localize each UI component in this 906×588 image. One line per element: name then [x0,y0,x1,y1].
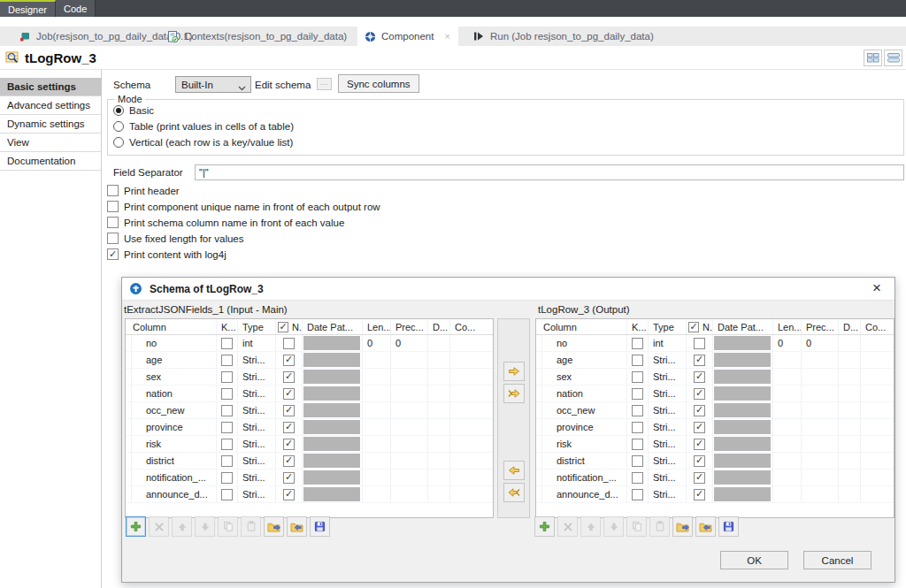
key-cell[interactable] [627,486,649,502]
default-cell[interactable] [839,335,861,351]
column-name-cell[interactable]: notification_... [132,470,217,485]
tab-close-icon[interactable]: × [444,31,449,42]
checkbox-icon[interactable] [632,371,643,383]
key-cell[interactable] [217,352,238,368]
key-cell[interactable] [217,470,238,485]
checkbox-icon[interactable] [632,455,643,467]
default-cell[interactable] [839,386,861,401]
mode-option-basic[interactable]: Basic [113,105,154,116]
tab-code[interactable]: Code [56,0,96,17]
type-cell[interactable]: Stri... [238,453,276,469]
sidebar-item-documentation[interactable]: Documentation [0,152,102,171]
checkbox-checked-icon[interactable] [694,355,705,366]
comment-cell[interactable] [861,352,894,368]
schema-table-row[interactable]: sexStri... [126,369,493,386]
tab-designer[interactable]: Designer [0,0,56,17]
checkbox-icon[interactable] [221,439,233,450]
checkbox-checked-icon[interactable] [283,355,295,366]
length-cell[interactable] [363,486,391,502]
nullable-cell[interactable] [687,470,713,485]
key-cell[interactable] [217,386,238,401]
type-cell[interactable]: Stri... [649,386,687,401]
column-name-cell[interactable]: nation [542,386,627,401]
schema-table-row[interactable]: provinceStri... [536,419,894,436]
copy-left-icon[interactable] [503,461,525,480]
default-cell[interactable] [428,335,450,351]
checkbox-checked-icon[interactable] [694,472,705,484]
comment-cell[interactable] [861,419,894,435]
key-cell[interactable] [627,369,649,385]
key-cell[interactable] [627,470,649,485]
column-name-cell[interactable]: no [542,335,627,351]
comment-header[interactable]: Co... [861,319,894,334]
type-cell[interactable]: Stri... [238,470,276,485]
column-name-cell[interactable]: announce_d... [132,486,217,502]
key-cell[interactable] [217,419,238,435]
checkbox-icon[interactable] [221,489,233,500]
checkbox-icon[interactable] [221,338,233,349]
key-cell[interactable] [217,369,238,385]
default-cell[interactable] [839,436,861,452]
copy-all-left-icon[interactable] [503,483,525,502]
load-schema-button[interactable] [672,516,693,537]
option-fixed-length[interactable]: Use fixed length for values [107,233,244,244]
precision-cell[interactable] [391,352,428,368]
type-cell[interactable]: Stri... [649,453,687,469]
copy-all-right-icon[interactable] [503,384,525,403]
option-log4j[interactable]: Print content with log4j [107,248,226,260]
comment-cell[interactable] [450,352,491,368]
length-cell[interactable] [773,453,802,469]
type-cell[interactable]: int [649,335,687,351]
schema-table-row[interactable]: riskStri... [536,436,894,453]
checkbox-icon[interactable] [221,371,233,383]
checkbox-checked-icon[interactable] [283,388,295,400]
comment-cell[interactable] [861,369,894,385]
checkbox-icon[interactable] [221,355,233,366]
schema-table-row[interactable]: noint00 [126,335,493,352]
default-cell[interactable] [839,419,861,435]
default-header[interactable]: D... [839,319,861,334]
type-cell[interactable]: Stri... [238,419,276,435]
precision-cell[interactable] [391,436,428,452]
sync-columns-button[interactable]: Sync columns [338,74,419,93]
key-cell[interactable] [217,453,238,469]
nullable-cell[interactable] [276,419,303,435]
nullable-cell[interactable] [276,436,303,452]
comment-cell[interactable] [861,436,894,452]
save-schema-button[interactable] [718,516,739,537]
export-schema-button[interactable] [287,516,307,537]
type-cell[interactable]: Stri... [238,386,276,401]
length-cell[interactable]: 0 [363,335,391,351]
key-header[interactable]: K... [217,319,238,334]
date-pattern-header[interactable]: Date Pat... [713,319,773,334]
checkbox-icon[interactable] [283,338,295,349]
length-cell[interactable] [363,352,391,368]
column-name-cell[interactable]: sex [542,369,627,385]
key-cell[interactable] [217,402,238,418]
column-name-cell[interactable]: announce_d... [542,486,627,502]
precision-cell[interactable] [391,419,428,435]
length-cell[interactable] [773,470,802,485]
sidebar-item-dynamic-settings[interactable]: Dynamic settings [0,115,102,134]
checkbox-checked-icon[interactable] [283,422,295,433]
type-cell[interactable]: Stri... [238,352,276,368]
key-header[interactable]: K... [627,319,649,334]
checkbox-icon[interactable] [221,455,233,467]
checkbox-checked-icon[interactable] [283,455,295,467]
schema-table-row[interactable]: nationStri... [126,386,493,402]
schema-table-row[interactable]: provinceStri... [126,419,493,436]
column-name-cell[interactable]: sex [132,369,217,385]
key-cell[interactable] [627,419,649,435]
schema-table-row[interactable]: ageStri... [126,352,493,369]
key-cell[interactable] [217,486,238,502]
comment-cell[interactable] [450,436,491,452]
precision-cell[interactable] [391,486,428,502]
key-cell[interactable] [217,335,238,351]
precision-cell[interactable] [391,470,428,485]
nullable-cell[interactable] [276,369,303,385]
key-cell[interactable] [627,453,649,469]
column-name-cell[interactable]: province [132,419,217,435]
length-cell[interactable] [363,436,391,452]
nullable-cell[interactable] [276,352,303,368]
type-cell[interactable]: Stri... [238,369,276,385]
